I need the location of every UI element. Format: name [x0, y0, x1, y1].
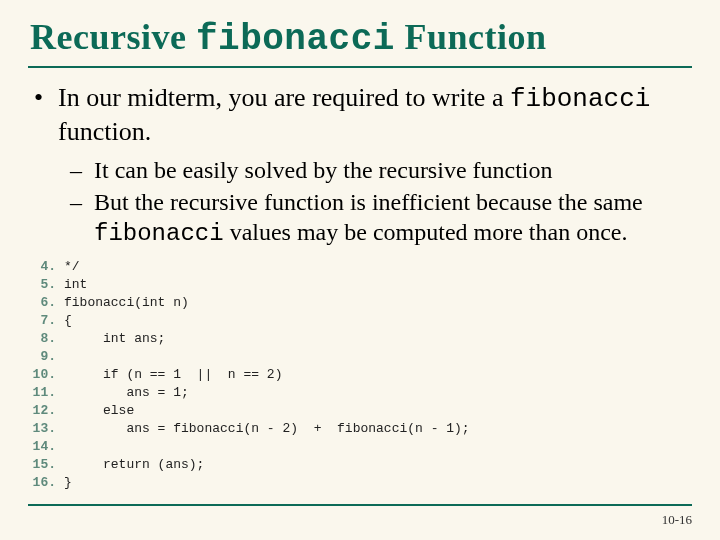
code-line — [64, 348, 692, 366]
page-number: 10-16 — [662, 512, 692, 528]
line-number: 6. — [28, 294, 56, 312]
code-line: int — [64, 276, 692, 294]
line-number: 8. — [28, 330, 56, 348]
code-body: */intfibonacci(int n){ int ans; if (n ==… — [64, 258, 692, 492]
main-bullet-pre: In our midterm, you are required to writ… — [58, 83, 510, 112]
code-line: ans = 1; — [64, 384, 692, 402]
line-number: 5. — [28, 276, 56, 294]
line-number: 9. — [28, 348, 56, 366]
line-number: 16. — [28, 474, 56, 492]
line-number: 11. — [28, 384, 56, 402]
code-line: { — [64, 312, 692, 330]
slide-title: Recursive fibonacci Function — [28, 12, 692, 68]
code-line: if (n == 1 || n == 2) — [64, 366, 692, 384]
title-mono: fibonacci — [196, 19, 395, 60]
main-bullet: In our midterm, you are required to writ… — [28, 82, 692, 148]
code-line: return (ans); — [64, 456, 692, 474]
sub-bullet-1-mono: fibonacci — [94, 220, 224, 247]
sub-bullet-1-pre: But the recursive function is inefficien… — [94, 189, 643, 215]
code-line: } — [64, 474, 692, 492]
line-number: 12. — [28, 402, 56, 420]
line-number: 10. — [28, 366, 56, 384]
line-number: 13. — [28, 420, 56, 438]
code-line: else — [64, 402, 692, 420]
sub-bullet-0-pre: It can be easily solved by the recursive… — [94, 157, 553, 183]
main-bullet-post: function. — [58, 117, 151, 146]
line-number: 7. — [28, 312, 56, 330]
code-line — [64, 438, 692, 456]
code-line: ans = fibonacci(n - 2) + fibonacci(n - 1… — [64, 420, 692, 438]
sub-bullet-0: It can be easily solved by the recursive… — [28, 156, 692, 186]
main-bullet-mono: fibonacci — [510, 84, 650, 114]
line-number-gutter: 4.5.6.7.8.9.10.11.12.13.14.15.16. — [28, 258, 64, 492]
sub-bullet-1: But the recursive function is inefficien… — [28, 188, 692, 248]
code-block: 4.5.6.7.8.9.10.11.12.13.14.15.16. */intf… — [28, 258, 692, 492]
code-line: fibonacci(int n) — [64, 294, 692, 312]
sub-bullet-1-post: values may be computed more than once. — [224, 219, 628, 245]
line-number: 15. — [28, 456, 56, 474]
title-part1: Recursive — [30, 17, 196, 57]
line-number: 4. — [28, 258, 56, 276]
slide: Recursive fibonacci Function In our midt… — [0, 0, 720, 540]
footer-rule — [28, 504, 692, 506]
code-line: */ — [64, 258, 692, 276]
line-number: 14. — [28, 438, 56, 456]
title-part2: Function — [395, 17, 547, 57]
code-line: int ans; — [64, 330, 692, 348]
